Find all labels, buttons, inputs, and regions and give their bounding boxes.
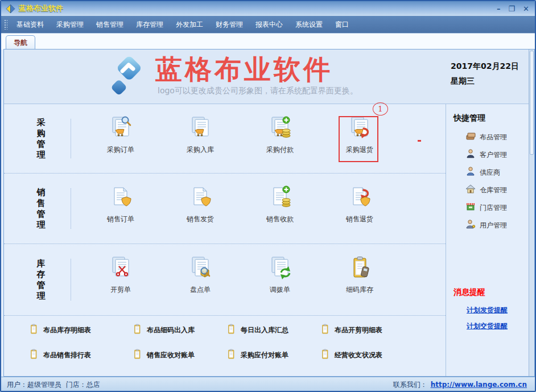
purchase-inbound-icon xyxy=(187,115,213,142)
tile-销售发货[interactable]: 销售发货 xyxy=(166,185,234,224)
weekday-line: 星期三 xyxy=(451,73,519,88)
tile-label: 销售退货 xyxy=(325,214,394,224)
menu-item-6[interactable]: 财务管理 xyxy=(211,17,248,32)
tile-采购订单[interactable]: 采购订单 xyxy=(86,115,155,155)
annotation-red-dash xyxy=(418,140,421,142)
tile-销售订单[interactable]: 销售订单 xyxy=(86,185,155,224)
tile-label: 调拨单 xyxy=(246,285,314,295)
report-clipboard-icon xyxy=(132,349,143,362)
sales-delivery-icon xyxy=(187,185,213,211)
tile-label: 销售收款 xyxy=(246,214,314,224)
tile-采购入库[interactable]: 采购入库 xyxy=(166,115,234,155)
tile-调拨单[interactable]: 调拨单 xyxy=(246,255,314,295)
message-link-1[interactable]: 计划发货提醒 xyxy=(467,306,508,315)
report-item-布品细码出入库[interactable]: 布品细码出入库 xyxy=(132,324,195,337)
menu-item-5[interactable]: 外发加工 xyxy=(171,17,208,32)
tile-label: 销售订单 xyxy=(86,214,155,224)
sidebar-item-客户管理[interactable]: 客户管理 xyxy=(465,148,507,161)
menu-grip-handle[interactable] xyxy=(4,19,7,30)
report-label: 布品细码出入库 xyxy=(147,325,195,335)
sidebar-item-用户管理[interactable]: 用户管理 xyxy=(465,219,507,232)
tile-销售收款[interactable]: 销售收款 xyxy=(246,185,314,224)
app-logo-icon xyxy=(6,4,15,14)
report-item-布品销售排行表[interactable]: 布品销售排行表 xyxy=(28,349,91,362)
tile-采购付款[interactable]: 采购付款 xyxy=(246,115,314,155)
sidebar-item-供应商[interactable]: 供应商 xyxy=(465,166,500,179)
report-label: 每日出入库汇总 xyxy=(241,325,288,335)
menu-item-1[interactable]: 基础资料 xyxy=(12,17,48,32)
sales-receipt-icon xyxy=(267,185,293,211)
menu-item-8[interactable]: 系统设置 xyxy=(291,17,327,32)
user-icon xyxy=(465,219,476,232)
status-bar: 用户：超级管理员 门店：总店 联系我们： http://www.lange.co… xyxy=(1,377,535,392)
menu-item-9[interactable]: 窗口 xyxy=(331,17,353,32)
purchase-payment-icon xyxy=(267,115,293,142)
menu-item-3[interactable]: 销售管理 xyxy=(92,17,128,32)
window-title: 蓝格布业软件 xyxy=(19,3,63,14)
report-item-每日出入库汇总[interactable]: 每日出入库汇总 xyxy=(226,324,288,337)
section-label: 库存管理 xyxy=(36,258,46,302)
sidebar-item-仓库管理[interactable]: 仓库管理 xyxy=(465,184,507,196)
sidebar-item-布品管理[interactable]: 布品管理 xyxy=(465,131,507,143)
sidebar-item-label: 布品管理 xyxy=(480,133,507,142)
report-clipboard-icon xyxy=(226,324,237,337)
section-row-3: 库存管理开剪单盘点单调拨单细码库存 xyxy=(4,244,446,316)
minimize-button[interactable]: – xyxy=(497,5,501,13)
report-label: 布品销售排行表 xyxy=(43,350,91,360)
tile-label: 细码库存 xyxy=(325,285,394,295)
company-logo-icon xyxy=(105,53,151,100)
fabric-icon xyxy=(465,131,476,143)
sidebar-item-label: 用户管理 xyxy=(480,221,507,230)
tile-细码库存[interactable]: 细码库存 xyxy=(325,255,394,295)
website-link[interactable]: http://www.lange.com.cn xyxy=(431,381,527,389)
tile-开剪单[interactable]: 开剪单 xyxy=(86,255,155,295)
report-item-采购应付对账单[interactable]: 采购应付对账单 xyxy=(226,349,288,362)
report-clipboard-icon xyxy=(132,324,143,337)
banner-subtitle: logo可以更改成贵公司形象图，请在系统配置界面更换。 xyxy=(158,86,358,96)
report-clipboard-icon xyxy=(28,349,39,362)
status-contact: 联系我们： http://www.lange.com.cn xyxy=(393,380,527,390)
banner-title: 蓝格布业软件 xyxy=(155,52,333,88)
menu-item-7[interactable]: 报表中心 xyxy=(251,17,287,32)
report-item-布品库存明细表[interactable]: 布品库存明细表 xyxy=(28,324,91,337)
section-divider xyxy=(71,188,71,229)
report-clipboard-icon xyxy=(226,349,237,362)
tile-label: 盘点单 xyxy=(166,285,234,295)
message-reminder-title: 消息提醒 xyxy=(453,287,485,298)
detail-stock-icon xyxy=(347,255,373,282)
vertical-scrollbar[interactable] xyxy=(529,49,534,376)
message-link-2[interactable]: 计划交货提醒 xyxy=(467,321,508,331)
tile-label: 采购订单 xyxy=(86,145,155,155)
report-shortcuts: 布品库存明细表布品细码出入库每日出入库汇总布品开剪明细表布品销售排行表销售应收对… xyxy=(4,316,446,376)
tile-销售退货[interactable]: 销售退货 xyxy=(325,185,394,224)
report-label: 采购应付对账单 xyxy=(241,350,288,360)
report-clipboard-icon xyxy=(320,349,331,362)
report-item-布品开剪明细表[interactable]: 布品开剪明细表 xyxy=(320,324,382,337)
banner: 蓝格布业软件 logo可以更改成贵公司形象图，请在系统配置界面更换。 2017年… xyxy=(4,49,534,104)
purchase-order-icon xyxy=(108,115,134,142)
close-button[interactable]: ✕ xyxy=(523,5,529,13)
tab-strip: 导航 xyxy=(1,34,535,49)
sales-order-icon xyxy=(108,185,134,211)
sidebar: 快捷管理 布品管理客户管理供应商仓库管理门店管理用户管理 消息提醒 计划发货提醒… xyxy=(446,104,529,376)
tab-navigation[interactable]: 导航 xyxy=(6,35,35,49)
report-item-经营收支状况表[interactable]: 经营收支状况表 xyxy=(320,349,382,362)
scrollbar-thumb[interactable] xyxy=(530,51,534,155)
section-divider xyxy=(71,119,71,158)
maximize-button[interactable]: ❐ xyxy=(508,5,515,13)
app-window: 蓝格布业软件 – ❐ ✕ 基础资料采购管理销售管理库存管理外发加工财务管理报表中… xyxy=(0,0,536,392)
sales-return-icon xyxy=(347,185,373,211)
menu-item-4[interactable]: 库存管理 xyxy=(131,17,168,32)
report-item-销售应收对账单[interactable]: 销售应收对账单 xyxy=(132,349,195,362)
title-bar: 蓝格布业软件 – ❐ ✕ xyxy=(1,1,535,16)
report-label: 布品开剪明细表 xyxy=(335,325,382,335)
tile-盘点单[interactable]: 盘点单 xyxy=(166,255,234,295)
menu-bar: 基础资料采购管理销售管理库存管理外发加工财务管理报表中心系统设置窗口 xyxy=(1,16,535,34)
menu-item-2[interactable]: 采购管理 xyxy=(52,17,88,32)
date-line: 2017年02月22日 xyxy=(451,59,519,73)
annotation-callout-circle: 1 xyxy=(373,102,388,115)
sidebar-item-label: 供应商 xyxy=(480,168,500,178)
quick-manage-title: 快捷管理 xyxy=(453,113,485,123)
report-clipboard-icon xyxy=(320,324,331,337)
sidebar-item-门店管理[interactable]: 门店管理 xyxy=(465,201,507,214)
